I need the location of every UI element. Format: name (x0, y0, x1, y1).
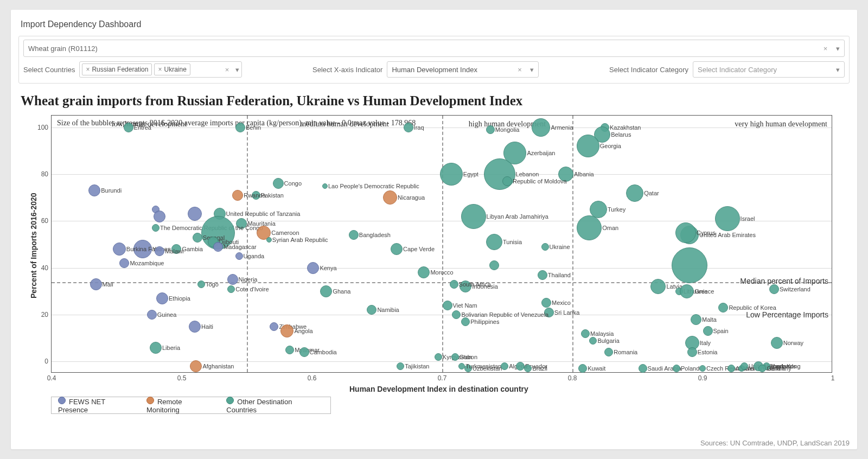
data-point[interactable] (741, 362, 748, 370)
main-commodity-select[interactable]: Wheat grain (R01112) × ▾ (23, 40, 845, 57)
data-point[interactable] (133, 240, 152, 258)
data-point[interactable] (771, 337, 783, 349)
data-point[interactable] (307, 262, 319, 274)
data-point[interactable] (383, 190, 397, 205)
clear-icon[interactable]: × (514, 66, 525, 74)
data-point[interactable] (458, 363, 465, 369)
data-point[interactable] (544, 308, 554, 317)
data-point[interactable] (147, 310, 157, 320)
data-point[interactable] (626, 184, 643, 202)
data-point[interactable] (213, 242, 223, 252)
data-point[interactable] (538, 270, 547, 280)
data-point[interactable] (589, 337, 597, 345)
data-point[interactable] (459, 280, 471, 292)
data-point[interactable] (675, 222, 696, 243)
data-point[interactable] (672, 247, 707, 283)
data-point[interactable] (758, 365, 766, 372)
data-point[interactable] (189, 321, 201, 333)
data-point[interactable] (154, 211, 165, 222)
data-point[interactable] (639, 364, 647, 373)
data-point[interactable] (727, 365, 735, 372)
data-point[interactable] (486, 125, 495, 134)
data-point[interactable] (367, 305, 376, 315)
chip-ukraine[interactable]: × Ukraine (154, 63, 190, 75)
data-point[interactable] (155, 246, 164, 256)
data-point[interactable] (124, 123, 133, 132)
data-point[interactable] (418, 266, 430, 278)
data-point[interactable] (404, 123, 413, 132)
data-point[interactable] (451, 353, 459, 361)
legend-item-fews[interactable]: FEWS NET Presence (58, 397, 137, 414)
chip-remove-icon[interactable]: × (158, 66, 162, 73)
chevron-down-icon[interactable]: ▾ (527, 66, 534, 74)
data-point[interactable] (461, 204, 486, 229)
data-point[interactable] (524, 365, 532, 372)
data-point[interactable] (90, 278, 102, 290)
legend-item-remote[interactable]: Remote Monitoring (146, 397, 216, 414)
data-point[interactable] (691, 314, 701, 325)
data-point[interactable] (703, 326, 713, 336)
data-point[interactable] (715, 206, 740, 231)
data-point[interactable] (484, 158, 515, 190)
data-point[interactable] (502, 176, 512, 186)
data-point[interactable] (541, 298, 551, 308)
data-point[interactable] (577, 135, 599, 157)
data-point[interactable] (486, 234, 502, 250)
scatter-plot[interactable]: 0204060801000.40.50.60.70.80.91low human… (51, 115, 832, 373)
data-point[interactable] (650, 279, 666, 294)
data-point[interactable] (156, 292, 168, 304)
data-point[interactable] (501, 362, 508, 370)
clear-icon[interactable]: × (222, 66, 233, 74)
data-point[interactable] (320, 285, 332, 297)
data-point[interactable] (391, 243, 403, 255)
data-point[interactable] (443, 301, 452, 310)
data-point[interactable] (88, 184, 100, 196)
data-point[interactable] (461, 317, 470, 326)
data-point[interactable] (113, 243, 126, 256)
data-point[interactable] (152, 224, 159, 232)
indicator-category-select[interactable]: Select Indicator Category ▾ (693, 61, 845, 78)
data-point[interactable] (397, 362, 404, 370)
chip-remove-icon[interactable]: × (86, 66, 90, 73)
data-point[interactable] (193, 233, 202, 243)
countries-multiselect[interactable]: × Russian Federation × Ukraine × ▾ (79, 61, 242, 78)
data-point[interactable] (280, 324, 293, 337)
data-point[interactable] (266, 237, 272, 243)
data-point[interactable] (299, 347, 309, 357)
data-point[interactable] (227, 285, 235, 293)
chevron-down-icon[interactable]: ▾ (833, 44, 840, 53)
data-point[interactable] (440, 163, 463, 186)
data-point[interactable] (322, 183, 328, 189)
data-point[interactable] (252, 191, 260, 200)
data-point[interactable] (699, 365, 706, 372)
data-point[interactable] (190, 360, 202, 372)
data-point[interactable] (450, 280, 458, 289)
data-point[interactable] (235, 252, 243, 260)
data-point[interactable] (435, 353, 442, 361)
data-point[interactable] (489, 260, 499, 270)
data-point[interactable] (578, 364, 587, 373)
data-point[interactable] (236, 218, 247, 229)
data-point[interactable] (769, 284, 779, 294)
data-point[interactable] (150, 342, 162, 354)
data-point[interactable] (349, 230, 359, 240)
data-point[interactable] (119, 258, 129, 268)
data-point[interactable] (227, 274, 238, 285)
data-point[interactable] (581, 329, 590, 338)
chevron-down-icon[interactable]: ▾ (833, 66, 840, 74)
data-point[interactable] (516, 362, 525, 371)
data-point[interactable] (171, 244, 181, 254)
data-point[interactable] (270, 322, 278, 331)
data-point[interactable] (604, 348, 613, 356)
data-point[interactable] (541, 243, 549, 251)
data-point[interactable] (680, 284, 694, 298)
data-point[interactable] (673, 365, 680, 372)
data-point[interactable] (232, 190, 243, 201)
data-point[interactable] (188, 207, 202, 221)
data-point[interactable] (273, 178, 284, 189)
chevron-down-icon[interactable]: ▾ (232, 66, 239, 74)
data-point[interactable] (558, 167, 573, 182)
data-point[interactable] (687, 347, 697, 357)
data-point[interactable] (532, 118, 550, 137)
data-point[interactable] (464, 365, 472, 372)
